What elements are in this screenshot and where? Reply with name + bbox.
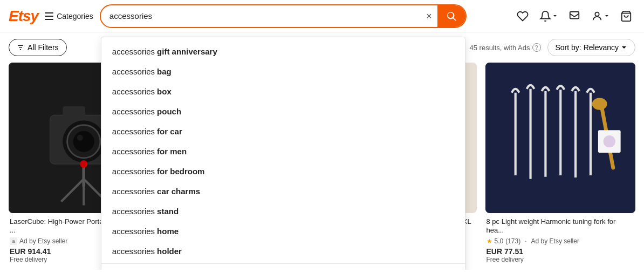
- svg-point-44: [603, 135, 615, 147]
- dropdown-item[interactable]: accessoriesfor bedroom: [101, 161, 465, 181]
- dropdown-item-normal: accessories: [112, 167, 155, 176]
- dropdown-item-bold: bag: [157, 67, 172, 76]
- all-filters-button[interactable]: All Filters: [9, 39, 67, 56]
- hamburger-icon: [45, 12, 53, 20]
- dropdown-item[interactable]: accessoriespouch: [101, 101, 465, 121]
- product-price: EUR 77.51: [487, 247, 635, 256]
- categories-button[interactable]: Categories: [45, 12, 93, 21]
- dropdown-item-normal: accessories: [112, 227, 155, 236]
- search-icon: [446, 11, 457, 22]
- ad-text: Ad by Etsy seller: [19, 237, 67, 245]
- dropdown-item-bold: car charms: [157, 187, 200, 196]
- dropdown-item-normal: accessories: [112, 147, 155, 156]
- product-title: 8 pc Light weight Harmonic tuning fork f…: [487, 217, 635, 236]
- delivery-label: Free delivery: [487, 256, 635, 263]
- results-text: 45 results, with Ads: [470, 44, 530, 52]
- search-dropdown: accessoriesgift anniversaryaccessoriesba…: [101, 37, 465, 270]
- dropdown-item-normal: accessories: [112, 187, 155, 196]
- dropdown-item[interactable]: accessoriesbox: [101, 81, 465, 101]
- svg-rect-1: [45, 16, 53, 17]
- notifications-button[interactable]: [536, 7, 561, 25]
- review-count: (173): [505, 237, 520, 245]
- dropdown-item-bold: for bedroom: [157, 167, 204, 176]
- message-icon: [568, 10, 580, 22]
- dropdown-item[interactable]: accessoriescar charms: [101, 181, 465, 201]
- svg-point-4: [595, 12, 599, 16]
- filter-icon: [17, 44, 24, 51]
- cart-button[interactable]: [617, 7, 635, 25]
- svg-rect-16: [63, 106, 85, 117]
- search-input[interactable]: [101, 6, 421, 26]
- dropdown-item-normal: accessories: [112, 247, 155, 256]
- product-card[interactable]: 8 pc Light weight Harmonic tuning fork f…: [485, 63, 636, 263]
- dropdown-item-normal: accessories: [112, 127, 155, 136]
- price-value: EUR 914.41: [10, 247, 51, 256]
- sort-button[interactable]: Sort by: Relevancy: [547, 39, 636, 56]
- dropdown-item-normal: accessories: [112, 87, 155, 96]
- chevron-down-icon-2: [604, 13, 609, 19]
- svg-point-15: [77, 135, 83, 141]
- search-wrapper: × accessoriesgift anniversaryaccessories…: [100, 4, 467, 28]
- dropdown-item-bold: stand: [157, 207, 179, 216]
- ad-icon: a: [10, 237, 17, 245]
- header: Etsy Categories × accessoriesgift annive…: [0, 0, 644, 32]
- etsy-logo[interactable]: Etsy: [9, 8, 38, 25]
- chevron-down-icon-3: [621, 44, 627, 51]
- dropdown-item[interactable]: accessoriesbag: [101, 62, 465, 81]
- dropdown-item-bold: box: [157, 87, 172, 96]
- dropdown-item-bold: pouch: [157, 107, 181, 116]
- dropdown-item-bold: for car: [157, 127, 182, 136]
- dropdown-item[interactable]: accessoriesholder: [101, 241, 465, 261]
- clear-button[interactable]: ×: [421, 11, 437, 21]
- info-icon[interactable]: ?: [532, 43, 541, 52]
- account-button[interactable]: [588, 7, 613, 25]
- dropdown-item-normal: accessories: [112, 47, 155, 56]
- svg-point-14: [73, 131, 94, 152]
- dropdown-item[interactable]: accessoriesfor car: [101, 121, 465, 141]
- cart-icon: [620, 10, 632, 22]
- dropdown-item-normal: accessories: [112, 207, 155, 216]
- messages-button[interactable]: [565, 7, 584, 25]
- clear-icon: ×: [426, 11, 432, 22]
- bell-icon: [539, 10, 551, 22]
- filters-label: All Filters: [28, 43, 59, 52]
- dropdown-item-bold: gift anniversary: [157, 47, 217, 56]
- favorites-button[interactable]: [513, 7, 532, 25]
- dropdown-find-shops[interactable]: find shop names containing "accessories …: [101, 263, 465, 270]
- svg-rect-0: [45, 12, 53, 13]
- dropdown-item[interactable]: accessoriesgift anniversary: [101, 42, 465, 62]
- svg-rect-2: [45, 19, 53, 20]
- product-info: 8 pc Light weight Harmonic tuning fork f…: [485, 217, 636, 264]
- rating-value: 5.0: [495, 237, 504, 245]
- header-icons: [513, 7, 635, 25]
- chevron-down-icon: [552, 13, 558, 19]
- svg-point-21: [80, 160, 87, 168]
- dropdown-item-bold: holder: [157, 247, 182, 256]
- svg-point-42: [592, 98, 607, 110]
- dropdown-item-bold: for men: [157, 147, 187, 156]
- results-info: 45 results, with Ads ?: [470, 43, 541, 52]
- user-icon: [591, 10, 603, 22]
- product-rating: ★ 5.0 (173) · Ad by Etsy seller: [487, 237, 635, 245]
- dropdown-item[interactable]: accessoriesstand: [101, 201, 465, 221]
- dropdown-item[interactable]: accessoriesfor men: [101, 141, 465, 161]
- ad-text: Ad by Etsy seller: [531, 237, 579, 245]
- price-value: EUR 77.51: [487, 247, 523, 256]
- sort-label: Sort by: Relevancy: [556, 43, 619, 52]
- dropdown-item-normal: accessories: [112, 107, 155, 116]
- heart-icon: [517, 10, 529, 22]
- categories-label: Categories: [57, 12, 93, 21]
- product-image: [485, 63, 636, 213]
- stars-icon: ★: [487, 237, 492, 245]
- dropdown-item-bold: home: [157, 227, 179, 236]
- dropdown-item[interactable]: accessorieshome: [101, 221, 465, 241]
- search-button[interactable]: [437, 5, 465, 27]
- dropdown-item-normal: accessories: [112, 67, 155, 76]
- ad-separator: ·: [525, 237, 526, 245]
